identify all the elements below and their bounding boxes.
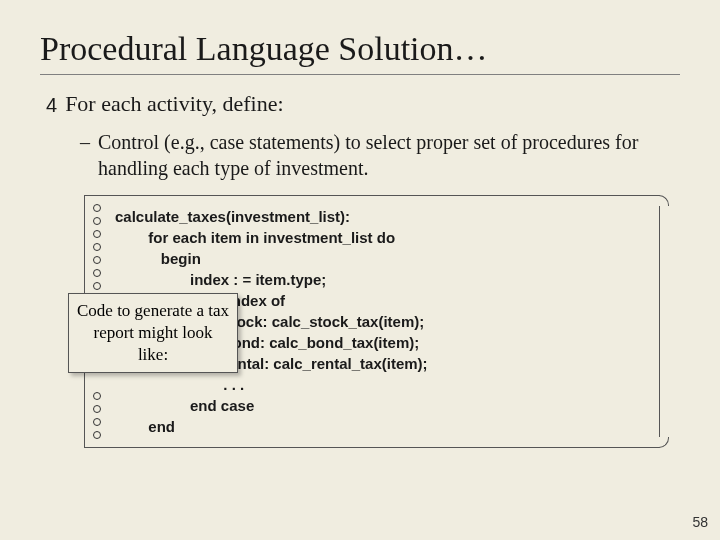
scroll-holes-top xyxy=(93,204,101,303)
code-line: index : = item.type; xyxy=(115,269,641,290)
scroll-holes-bottom xyxy=(93,392,101,439)
bullet-mark: – xyxy=(80,129,90,181)
bullet-level-1: 4 For each activity, define: xyxy=(46,91,680,119)
callout-box: Code to generate a tax report might look… xyxy=(68,293,238,373)
code-line: calculate_taxes(investment_list): xyxy=(115,206,641,227)
code-line: begin xyxy=(115,248,641,269)
code-line: end xyxy=(115,416,641,437)
bullet-mark: 4 xyxy=(46,91,57,119)
slide: Procedural Language Solution… 4 For each… xyxy=(0,0,720,540)
code-area: calculate_taxes(investment_list): for ea… xyxy=(84,195,660,448)
code-line: end case xyxy=(115,395,641,416)
code-line: for each item in investment_list do xyxy=(115,227,641,248)
title-divider xyxy=(40,74,680,75)
code-line: . . . xyxy=(115,374,641,395)
bullet-level-2: – Control (e.g., case statements) to sel… xyxy=(80,129,680,181)
bullet-text: Control (e.g., case statements) to selec… xyxy=(98,129,680,181)
page-number: 58 xyxy=(692,514,708,530)
slide-title: Procedural Language Solution… xyxy=(40,30,680,68)
bullet-text: For each activity, define: xyxy=(65,91,284,119)
